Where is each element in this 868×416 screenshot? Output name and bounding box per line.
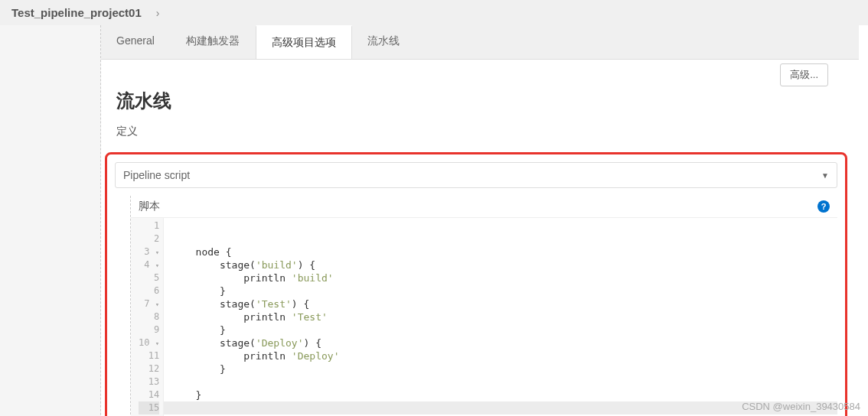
code-editor[interactable]: 123 ▾4 ▾567 ▾8910 ▾1112131415 node { sta… <box>131 217 837 416</box>
breadcrumb-project[interactable]: Test_pipeline_project01 <box>11 6 142 19</box>
script-label: 脚本 <box>139 200 160 213</box>
code-gutter: 123 ▾4 ▾567 ▾8910 ▾1112131415 <box>131 218 164 416</box>
code-line[interactable]: } <box>171 323 830 336</box>
code-line[interactable]: } <box>171 284 830 297</box>
tab-build-triggers[interactable]: 构建触发器 <box>171 25 256 59</box>
code-line[interactable]: } <box>171 362 830 375</box>
right-spacer <box>859 25 868 416</box>
gutter-line: 15 <box>139 401 159 414</box>
code-line[interactable]: stage('Deploy') { <box>171 336 830 349</box>
tab-general[interactable]: General <box>101 25 171 59</box>
gutter-line: 1 <box>139 219 159 232</box>
definition-value: Pipeline script <box>123 169 190 181</box>
code-line[interactable] <box>171 232 830 245</box>
code-line[interactable]: } <box>171 388 830 401</box>
code-line[interactable]: node { <box>171 245 830 258</box>
gutter-line: 4 ▾ <box>139 258 159 271</box>
code-line[interactable]: stage('Test') { <box>171 297 830 310</box>
gutter-line: 14 <box>139 388 159 401</box>
code-line[interactable] <box>171 375 830 388</box>
gutter-line: 6 <box>139 284 159 297</box>
highlighted-config-area: Pipeline script ▼ 脚本 ? 123 ▾4 ▾567 ▾8910… <box>105 152 847 416</box>
definition-label: 定义 <box>116 125 844 138</box>
code-line[interactable] <box>171 219 830 232</box>
gutter-line: 9 <box>139 323 159 336</box>
left-sidebar-spacer <box>0 25 101 416</box>
code-line[interactable]: stage('build') { <box>171 258 830 271</box>
gutter-line: 5 <box>139 271 159 284</box>
gutter-line: 12 <box>139 362 159 375</box>
gutter-line: 3 ▾ <box>139 245 159 258</box>
gutter-line: 2 <box>139 232 159 245</box>
gutter-line: 7 ▾ <box>139 297 159 310</box>
advanced-button[interactable]: 高级... <box>780 63 828 86</box>
code-line[interactable] <box>164 401 837 414</box>
breadcrumb-separator: › <box>156 7 160 19</box>
chevron-down-icon: ▼ <box>821 171 829 180</box>
code-content[interactable]: node { stage('build') { println 'build' … <box>164 218 837 416</box>
code-line[interactable]: println 'build' <box>171 271 830 284</box>
gutter-line: 13 <box>139 375 159 388</box>
watermark: CSDN @weixin_39430584 <box>742 401 860 412</box>
gutter-line: 10 ▾ <box>139 336 159 349</box>
code-line[interactable]: println 'Deploy' <box>171 349 830 362</box>
tab-pipeline[interactable]: 流水线 <box>352 25 416 59</box>
config-tabs: General 构建触发器 高级项目选项 流水线 <box>101 25 859 60</box>
code-line[interactable]: println 'Test' <box>171 310 830 323</box>
definition-dropdown[interactable]: Pipeline script ▼ <box>115 162 837 188</box>
breadcrumb: Test_pipeline_project01 › <box>0 0 868 25</box>
help-icon[interactable]: ? <box>817 200 830 213</box>
gutter-line: 8 <box>139 310 159 323</box>
pipeline-section-title: 流水线 <box>116 89 844 113</box>
tab-advanced-options[interactable]: 高级项目选项 <box>256 25 352 59</box>
gutter-line: 11 <box>139 349 159 362</box>
